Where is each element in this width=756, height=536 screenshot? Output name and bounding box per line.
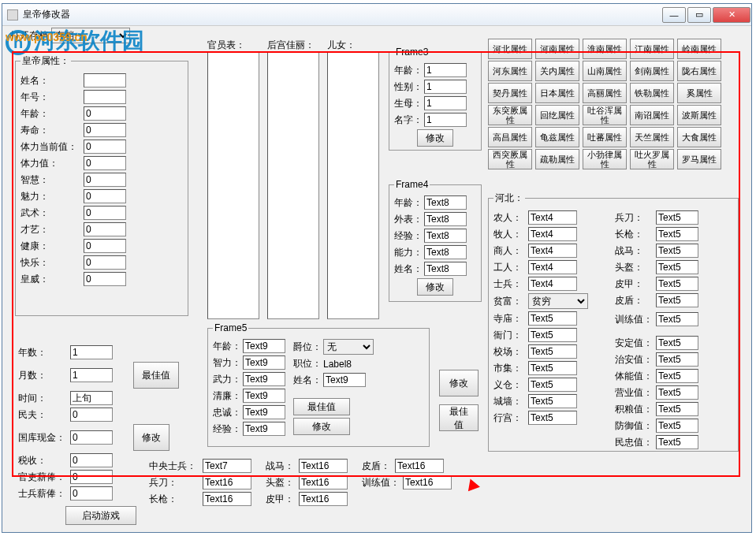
f4-modify-button[interactable]: 修改 xyxy=(417,278,453,296)
hb-school-input[interactable] xyxy=(528,344,577,359)
emp-hea-input[interactable] xyxy=(84,239,126,253)
region-button-17[interactable]: 吐谷浑属性 xyxy=(583,105,627,125)
hb-merchant-input[interactable] xyxy=(528,244,577,258)
region-button-16[interactable]: 回纥属性 xyxy=(535,105,579,125)
army-central-input[interactable] xyxy=(203,459,251,473)
region-button-25[interactable]: 西突厥属性 xyxy=(488,149,532,169)
f4-age-input[interactable] xyxy=(424,195,467,210)
years-input[interactable] xyxy=(70,345,113,359)
side-modify-button[interactable]: 修改 xyxy=(439,370,479,396)
region-button-6[interactable]: 关内属性 xyxy=(535,61,579,81)
f5-modify-button[interactable]: 修改 xyxy=(293,418,350,435)
hb-sword-input[interactable] xyxy=(656,210,698,225)
region-button-15[interactable]: 东突厥属性 xyxy=(488,105,532,125)
f3-age-input[interactable] xyxy=(424,63,467,77)
time-input[interactable] xyxy=(70,391,113,405)
hb-yamen-input[interactable] xyxy=(528,328,577,342)
region-button-22[interactable]: 吐蕃属性 xyxy=(583,127,627,147)
region-button-4[interactable]: 岭南属性 xyxy=(677,39,721,59)
region-button-19[interactable]: 波斯属性 xyxy=(677,105,721,125)
army-train-input[interactable] xyxy=(403,475,452,489)
f5-hon-input[interactable] xyxy=(243,389,285,403)
officials-list[interactable] xyxy=(207,51,259,319)
region-button-8[interactable]: 剑南属性 xyxy=(630,61,674,81)
f5-int-input[interactable] xyxy=(243,355,285,370)
start-game-button[interactable]: 启动游戏 xyxy=(65,506,136,525)
army-armor-input[interactable] xyxy=(299,492,348,506)
close-button[interactable]: ✕ xyxy=(713,7,750,23)
hb-granary-input[interactable] xyxy=(528,378,577,392)
region-button-5[interactable]: 河东属性 xyxy=(488,61,532,81)
hb-armor-input[interactable] xyxy=(656,277,698,291)
f3-modify-button[interactable]: 修改 xyxy=(417,129,453,147)
hb-wall-input[interactable] xyxy=(528,394,577,408)
hb-temple-input[interactable] xyxy=(528,311,577,326)
children-list[interactable] xyxy=(327,51,379,319)
region-button-3[interactable]: 江南属性 xyxy=(630,39,674,59)
hb-order-input[interactable] xyxy=(656,352,698,367)
region-button-13[interactable]: 铁勒属性 xyxy=(630,83,674,103)
hb-loyal-input[interactable] xyxy=(656,435,698,449)
region-button-18[interactable]: 南诏属性 xyxy=(630,105,674,125)
f4-abil-input[interactable] xyxy=(424,245,467,259)
f3-mother-input[interactable] xyxy=(424,96,467,110)
army-shield-input[interactable] xyxy=(395,459,444,473)
hb-phys-input[interactable] xyxy=(656,369,698,383)
f3-sex-input[interactable] xyxy=(424,80,467,94)
f4-exp-input[interactable] xyxy=(424,229,467,243)
emp-hp-input[interactable] xyxy=(84,156,126,170)
emp-hpcur-input[interactable] xyxy=(84,140,126,154)
emp-name-input[interactable] xyxy=(84,73,126,87)
hb-horse-input[interactable] xyxy=(656,244,698,258)
region-button-2[interactable]: 淮南属性 xyxy=(583,39,627,59)
hb-train-input[interactable] xyxy=(656,312,698,326)
side-best-button[interactable]: 最佳值 xyxy=(439,404,479,431)
army-spear-input[interactable] xyxy=(203,492,251,506)
region-button-21[interactable]: 龟兹属性 xyxy=(535,127,579,147)
region-button-23[interactable]: 天竺属性 xyxy=(630,127,674,147)
months-input[interactable] xyxy=(70,368,113,382)
emp-wis-input[interactable] xyxy=(84,173,126,187)
tax-input[interactable] xyxy=(70,453,113,467)
hb-herder-input[interactable] xyxy=(528,227,577,241)
hb-helmet-input[interactable] xyxy=(656,260,698,274)
region-button-28[interactable]: 吐火罗属性 xyxy=(630,149,674,169)
f5-mar-input[interactable] xyxy=(243,372,285,386)
region-button-11[interactable]: 日本属性 xyxy=(535,83,579,103)
hb-wealth-select[interactable]: 贫穷 xyxy=(528,293,588,309)
f5-loy-input[interactable] xyxy=(243,405,285,419)
emp-mar-input[interactable] xyxy=(84,206,126,220)
region-button-14[interactable]: 奚属性 xyxy=(677,83,721,103)
hb-soldier-input[interactable] xyxy=(528,277,577,291)
f5-best-button[interactable]: 最佳值 xyxy=(293,398,350,415)
hb-palace-input[interactable] xyxy=(528,411,577,425)
f4-appe-input[interactable] xyxy=(424,212,467,226)
f5-exp-input[interactable] xyxy=(243,422,285,436)
minimize-button[interactable]: — xyxy=(662,7,686,23)
offsal-input[interactable] xyxy=(70,470,113,484)
army-helmet-input[interactable] xyxy=(299,475,348,489)
region-button-26[interactable]: 疏勒属性 xyxy=(535,149,579,169)
treasury-input[interactable] xyxy=(70,430,113,445)
region-button-27[interactable]: 小勃律属性 xyxy=(583,149,627,169)
emp-reign-input[interactable] xyxy=(84,90,126,104)
emp-joy-input[interactable] xyxy=(84,255,126,270)
f5-name-input[interactable] xyxy=(323,373,366,387)
hb-worker-input[interactable] xyxy=(528,260,577,274)
hb-shield-input[interactable] xyxy=(656,293,698,307)
harem-list[interactable] xyxy=(267,51,319,319)
hb-stable-input[interactable] xyxy=(656,336,698,350)
hb-grain-input[interactable] xyxy=(656,402,698,416)
army-horse-input[interactable] xyxy=(299,459,348,473)
f4-name-input[interactable] xyxy=(424,262,467,276)
save-select[interactable]: 存档一 xyxy=(51,28,130,43)
hb-spear-input[interactable] xyxy=(656,227,698,241)
time-best-button[interactable]: 最佳值 xyxy=(133,362,179,389)
army-sword-input[interactable] xyxy=(203,475,251,489)
emp-cha-input[interactable] xyxy=(84,189,126,203)
emp-age-input[interactable] xyxy=(84,106,126,121)
region-button-0[interactable]: 河北属性 xyxy=(488,39,532,59)
labor-input[interactable] xyxy=(70,408,113,422)
emp-art-input[interactable] xyxy=(84,222,126,236)
f3-name-input[interactable] xyxy=(424,113,467,127)
